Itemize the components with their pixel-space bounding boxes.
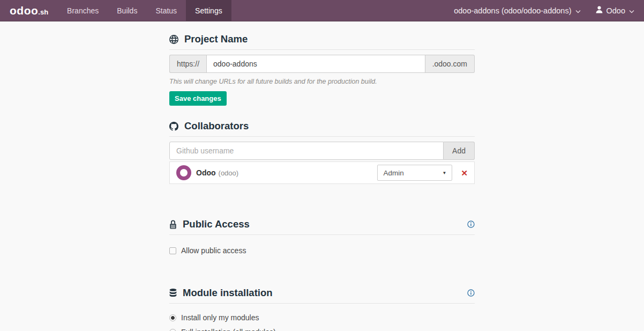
collaborator-actions: Admin ▼ ✕	[377, 165, 468, 181]
install-only-my-modules-radio[interactable]	[169, 314, 176, 321]
allow-public-access-label[interactable]: Allow public access	[181, 246, 246, 255]
lock-icon	[169, 220, 177, 229]
add-collaborator-button[interactable]: Add	[444, 142, 475, 160]
project-name-input[interactable]	[206, 55, 425, 73]
section-collaborators: Collaborators Add Odoo (odoo) Admin ▼ ✕	[169, 120, 475, 184]
url-suffix-addon: .odoo.com	[425, 55, 475, 73]
collaborators-title-row: Collaborators	[169, 120, 475, 137]
role-select[interactable]: Admin ▼	[377, 165, 452, 181]
allow-public-access-checkbox[interactable]	[169, 247, 176, 254]
url-prefix-addon: https://	[169, 55, 206, 73]
add-collaborator-input-group: Add	[169, 142, 475, 160]
project-name-title-row: Project Name	[169, 33, 475, 50]
option-full-installation: Full installation (all modules)	[169, 328, 475, 331]
public-access-info-icon[interactable]	[467, 220, 475, 228]
user-menu-dropdown[interactable]: Odoo	[596, 6, 634, 15]
odoosh-logo[interactable]: odoo.sh	[0, 0, 58, 21]
public-access-title: Public Access	[183, 218, 250, 230]
collaborator-row: Odoo (odoo) Admin ▼ ✕	[169, 161, 475, 184]
project-selector-dropdown[interactable]: odoo-addons (odoo/odoo-addons)	[454, 6, 580, 15]
logo-suffix: .sh	[38, 8, 48, 16]
remove-collaborator-icon[interactable]: ✕	[461, 169, 468, 177]
save-changes-button[interactable]: Save changes	[169, 91, 227, 106]
project-selector-label: odoo-addons (odoo/odoo-addons)	[454, 6, 571, 15]
role-select-value: Admin	[383, 169, 403, 177]
nav-tabs: Branches Builds Status Settings	[58, 0, 231, 21]
allow-public-access-row: Allow public access	[169, 246, 475, 255]
tab-settings[interactable]: Settings	[186, 0, 231, 21]
select-caret-icon: ▼	[443, 171, 447, 175]
collaborator-name: Odoo	[196, 168, 216, 177]
module-installation-title-row: Module installation	[169, 287, 475, 304]
option-install-only-my-modules: Install only my modules	[169, 313, 475, 322]
module-installation-options: Install only my modules Full installatio…	[169, 313, 475, 331]
logo-text: odoo	[10, 4, 38, 17]
project-name-help-text: This will change URLs for all future bui…	[169, 78, 475, 85]
full-installation-radio[interactable]	[169, 329, 176, 331]
section-public-access: Public Access Allow public access	[169, 218, 475, 255]
section-module-installation: Module installation Install only my modu…	[169, 287, 475, 331]
section-project-name: Project Name https:// .odoo.com This wil…	[169, 33, 475, 106]
chevron-down-icon	[629, 6, 634, 15]
github-username-input[interactable]	[169, 142, 444, 160]
globe-icon	[169, 35, 178, 44]
user-icon	[596, 6, 603, 15]
module-installation-info-icon[interactable]	[467, 289, 475, 297]
full-installation-label[interactable]: Full installation (all modules)	[181, 328, 276, 331]
user-name-label: Odoo	[606, 6, 625, 15]
tab-branches[interactable]: Branches	[58, 0, 108, 21]
module-installation-title: Module installation	[183, 287, 273, 299]
collaborator-login: (odoo)	[219, 169, 239, 177]
database-icon	[169, 289, 177, 298]
collaborator-avatar	[176, 165, 191, 180]
top-navbar: odoo.sh Branches Builds Status Settings …	[0, 0, 644, 21]
tab-status[interactable]: Status	[146, 0, 186, 21]
tab-builds[interactable]: Builds	[108, 0, 146, 21]
chevron-down-icon	[575, 6, 581, 15]
project-name-title: Project Name	[184, 33, 248, 45]
public-access-title-row: Public Access	[169, 218, 475, 235]
navbar-right: odoo-addons (odoo/odoo-addons) Odoo	[454, 0, 644, 21]
collaborators-title: Collaborators	[184, 120, 249, 132]
github-icon	[169, 122, 178, 131]
install-only-my-modules-label[interactable]: Install only my modules	[181, 313, 259, 322]
project-url-input-group: https:// .odoo.com	[169, 55, 475, 73]
